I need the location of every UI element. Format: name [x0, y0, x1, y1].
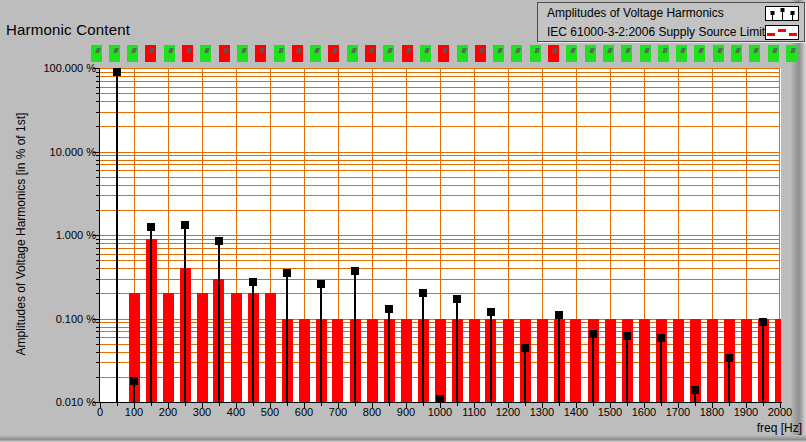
gridline-horizontal — [100, 235, 780, 236]
x-axis-line — [99, 402, 782, 403]
x-axis-title: freq [Hz] — [757, 421, 802, 435]
limit-bar — [741, 319, 752, 402]
limit-bar — [435, 319, 446, 402]
window-edge-shading-right — [790, 0, 806, 442]
plot-area[interactable] — [100, 68, 781, 402]
harmonic-marker — [113, 68, 121, 76]
gridline-horizontal — [100, 243, 780, 244]
gridline-horizontal — [100, 81, 780, 82]
harmonic-indicator — [127, 45, 138, 62]
legend-label: Amplitudes of Voltage Harmonics — [547, 6, 724, 20]
harmonic-marker — [657, 334, 665, 342]
harmonic-stem — [116, 68, 118, 402]
harmonic-indicator — [347, 45, 358, 62]
harmonic-indicator — [292, 45, 303, 62]
page-title: Harmonic Content — [6, 21, 130, 38]
harmonic-stem — [388, 309, 390, 402]
harmonic-stem — [354, 271, 356, 402]
harmonic-indicator — [237, 45, 248, 62]
legend-label: IEC 61000-3-2:2006 Supply Source Limits — [547, 25, 771, 39]
limit-bar — [707, 319, 718, 402]
harmonic-indicator — [164, 45, 175, 62]
harmonic-stem — [218, 241, 220, 402]
harmonic-indicator — [786, 45, 797, 62]
limit-bar — [469, 319, 480, 402]
harmonic-indicator — [621, 45, 632, 62]
harmonic-indicator — [713, 45, 724, 62]
harmonic-stem — [456, 299, 458, 402]
harmonic-stem — [626, 336, 628, 402]
limit-bar — [570, 319, 581, 402]
harmonic-indicator — [548, 45, 559, 62]
harmonic-indicator — [109, 45, 120, 62]
harmonic-indicator — [511, 45, 522, 62]
harmonic-indicator — [731, 45, 742, 62]
limit-bar — [197, 293, 208, 402]
limit-bar — [673, 319, 684, 402]
harmonic-marker — [453, 295, 461, 303]
harmonic-indicator — [420, 45, 431, 62]
harmonic-marker — [317, 280, 325, 288]
harmonic-indicator — [200, 45, 211, 62]
harmonic-indicator — [694, 45, 705, 62]
limit-bar — [775, 319, 781, 402]
harmonic-stem — [150, 227, 152, 402]
harmonic-marker — [436, 395, 444, 402]
x-axis-tick-label: 2000 — [758, 406, 802, 418]
gridline-horizontal — [100, 126, 780, 127]
harmonic-indicator — [658, 45, 669, 62]
gridline-horizontal — [100, 164, 780, 165]
harmonic-stem — [524, 348, 526, 402]
harmonic-indicator — [768, 45, 779, 62]
gridline-horizontal — [100, 101, 780, 102]
harmonic-indicator — [91, 45, 102, 62]
harmonic-stem — [422, 293, 424, 402]
harmonic-indicator — [383, 45, 394, 62]
gridline-horizontal — [100, 112, 780, 113]
gridline-horizontal — [100, 152, 780, 153]
limit-bar-legend-icon[interactable] — [765, 25, 799, 40]
harmonic-content-window: { "chart_data": { "type": "combo", "titl… — [0, 0, 806, 442]
gridline-horizontal — [100, 248, 780, 249]
limit-bar — [163, 293, 174, 402]
harmonic-indicator — [219, 45, 230, 62]
harmonic-stem — [286, 273, 288, 402]
harmonic-marker — [351, 267, 359, 275]
gridline-horizontal — [100, 68, 780, 69]
gridline-horizontal — [100, 195, 780, 196]
harmonic-indicator — [493, 45, 504, 62]
harmonic-indicator — [457, 45, 468, 62]
harmonic-marker — [215, 237, 223, 245]
harmonic-indicator — [274, 45, 285, 62]
stem-marker-legend-icon[interactable] — [765, 6, 799, 21]
harmonic-indicator — [255, 45, 266, 62]
legend-item-iec-limits[interactable]: IEC 61000-3-2:2006 Supply Source Limits — [538, 23, 804, 41]
gridline-horizontal — [100, 268, 780, 269]
harmonic-indicator — [365, 45, 376, 62]
harmonic-marker — [521, 344, 529, 352]
y-axis-line — [99, 68, 100, 403]
limit-bar — [265, 293, 276, 402]
harmonic-indicator — [603, 45, 614, 62]
limit-bar — [231, 293, 242, 402]
harmonic-stem — [762, 322, 764, 402]
gridline-horizontal — [100, 93, 780, 94]
window-edge-shading-bottom — [0, 435, 806, 442]
gridline-horizontal — [100, 72, 780, 73]
harmonic-indicator — [475, 45, 486, 62]
gridline-horizontal — [100, 155, 780, 156]
harmonic-marker — [130, 377, 138, 385]
gridline-horizontal — [100, 160, 780, 161]
gridline-horizontal — [100, 177, 780, 178]
legend-item-amplitudes[interactable]: Amplitudes of Voltage Harmonics — [538, 4, 804, 22]
gridline-horizontal — [100, 76, 780, 77]
harmonic-marker — [589, 330, 597, 338]
harmonic-stem — [320, 284, 322, 402]
limit-bar — [537, 319, 548, 402]
harmonic-marker — [283, 269, 291, 277]
harmonic-stem — [660, 338, 662, 402]
harmonic-indicator — [585, 45, 596, 62]
gridline-horizontal — [100, 260, 780, 261]
gridline-horizontal — [100, 254, 780, 255]
harmonic-marker — [249, 278, 257, 286]
